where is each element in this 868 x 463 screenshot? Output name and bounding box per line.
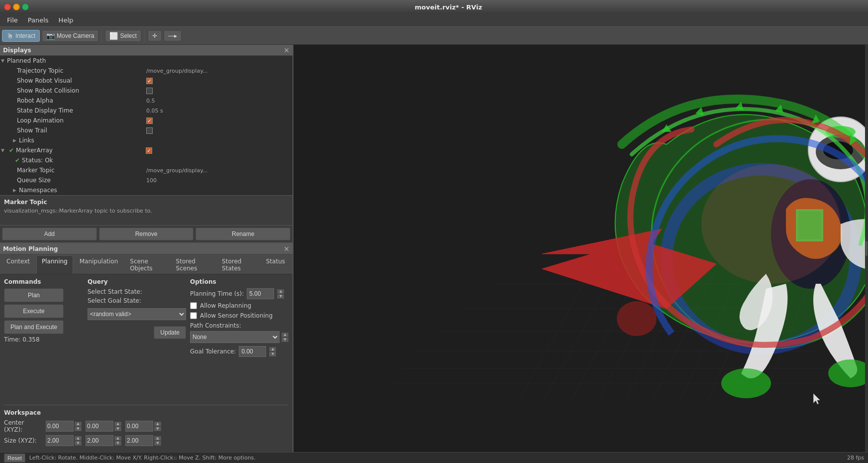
planning-time-arrows[interactable]: ▲ ▼: [277, 289, 284, 299]
tab-stored-scenes[interactable]: Stored Scenes: [171, 255, 216, 274]
goal-tol-down[interactable]: ▼: [269, 352, 276, 356]
center-row: Center (XYZ): ▲ ▼ ▲ ▼: [4, 419, 289, 433]
size-z-arrows[interactable]: ▲ ▼: [154, 436, 161, 446]
links-row[interactable]: ▶ Links: [0, 135, 292, 145]
cx-down[interactable]: ▼: [75, 427, 82, 431]
show-robot-collision-row: Show Robot Collision: [0, 86, 292, 96]
center-z-input[interactable]: [125, 421, 153, 432]
cx-up[interactable]: ▲: [75, 422, 82, 426]
tab-stored-states[interactable]: Stored States: [216, 255, 260, 274]
maximize-button[interactable]: [22, 3, 29, 10]
crosshair-button[interactable]: ✛: [148, 30, 162, 41]
execute-button[interactable]: Execute: [4, 304, 64, 318]
displays-close[interactable]: ✕: [284, 46, 289, 54]
camera-icon: 📷: [46, 32, 55, 40]
show-robot-visual-cb[interactable]: ✓: [146, 78, 153, 84]
edge-handle[interactable]: [866, 241, 868, 256]
tab-context[interactable]: Context: [1, 255, 35, 274]
add-button[interactable]: Add: [2, 228, 97, 240]
motion-planning-title: Motion Planning: [3, 245, 58, 252]
move-camera-button[interactable]: 📷 Move Camera: [42, 30, 98, 42]
plan-execute-button[interactable]: Plan and Execute: [4, 320, 64, 334]
size-row: Size (XYZ): ▲ ▼ ▲ ▼: [4, 435, 289, 446]
cy-down[interactable]: ▼: [114, 427, 121, 431]
planning-time-input[interactable]: [247, 288, 274, 299]
update-button[interactable]: Update: [154, 326, 186, 339]
sz-up[interactable]: ▲: [154, 436, 161, 441]
cy-up[interactable]: ▲: [114, 422, 121, 426]
size-x-arrows[interactable]: ▲ ▼: [75, 436, 82, 446]
sz-down[interactable]: ▼: [154, 441, 161, 446]
statusbar: Reset Left-Click: Rotate. Middle-Click: …: [0, 452, 868, 463]
goal-state-row: <random valid>: [88, 308, 186, 322]
size-z-input[interactable]: [125, 435, 153, 446]
select-button[interactable]: ⬜ Select: [105, 30, 141, 42]
size-x-input[interactable]: [46, 435, 74, 446]
planned-path-row[interactable]: ▼ Planned Path: [0, 56, 292, 66]
planning-grid: Commands Plan Execute Plan and Execute T…: [4, 278, 289, 401]
tab-manipulation[interactable]: Manipulation: [74, 255, 124, 274]
path-up[interactable]: ▲: [282, 333, 289, 337]
displays-content[interactable]: ▼ Planned Path Trajectory Topic /move_gr…: [0, 56, 292, 195]
loop-animation-cb[interactable]: ✓: [146, 117, 153, 124]
workspace-title: Workspace: [4, 409, 289, 416]
allow-replanning-checkbox[interactable]: [190, 302, 197, 309]
planning-time-up[interactable]: ▲: [277, 289, 284, 294]
links-label: Links: [19, 137, 34, 144]
sx-down[interactable]: ▼: [75, 441, 82, 446]
menu-panels[interactable]: Panels: [23, 15, 54, 25]
center-x-input[interactable]: [46, 421, 74, 432]
options-column: Options Planning Time (s): ▲ ▼ Allow Re: [190, 278, 289, 401]
tab-status[interactable]: Status: [261, 255, 290, 274]
interact-button[interactable]: 🖱 Interact: [2, 30, 40, 42]
minimize-button[interactable]: [13, 3, 20, 10]
close-button[interactable]: [4, 3, 11, 10]
show-trail-cb[interactable]: [146, 127, 153, 134]
goal-tolerance-input[interactable]: [239, 346, 266, 357]
viewport-edge[interactable]: [865, 45, 868, 452]
goal-tol-up[interactable]: ▲: [269, 347, 276, 351]
size-y-input[interactable]: [86, 435, 113, 446]
cz-down[interactable]: ▼: [154, 427, 161, 431]
fps-display: 28 fps: [847, 455, 864, 461]
path-down[interactable]: ▼: [282, 338, 289, 342]
namespaces-expand: ▶: [13, 188, 19, 193]
tab-planning[interactable]: Planning: [36, 255, 73, 274]
goal-state-select[interactable]: <random valid>: [88, 308, 186, 320]
center-z-group: ▲ ▼: [125, 421, 161, 432]
menu-help[interactable]: Help: [54, 15, 79, 25]
goal-tolerance-arrows[interactable]: ▲ ▼: [269, 347, 276, 356]
namespaces-row[interactable]: ▶ Namespaces: [0, 185, 292, 195]
reset-button[interactable]: Reset: [4, 454, 25, 463]
remove-button[interactable]: Remove: [99, 228, 194, 240]
allow-sensor-checkbox[interactable]: [190, 312, 197, 319]
measure-button[interactable]: —▸: [164, 30, 182, 41]
tab-scene-objects[interactable]: Scene Objects: [124, 255, 169, 274]
allow-replanning-label: Allow Replanning: [200, 302, 251, 309]
marker-array-cb[interactable]: ✓: [146, 147, 152, 154]
size-y-arrows[interactable]: ▲ ▼: [114, 436, 121, 446]
menu-file[interactable]: File: [2, 15, 23, 25]
sx-up[interactable]: ▲: [75, 436, 82, 441]
center-x-arrows[interactable]: ▲ ▼: [75, 422, 82, 431]
planning-time-down[interactable]: ▼: [277, 294, 284, 299]
marker-array-row[interactable]: ▼ ✔ MarkerArray ✓: [0, 145, 292, 155]
commands-column: Commands Plan Execute Plan and Execute T…: [4, 278, 84, 401]
sy-up[interactable]: ▲: [114, 436, 121, 441]
plan-button[interactable]: Plan: [4, 288, 64, 302]
sy-down[interactable]: ▼: [114, 441, 121, 446]
path-constraints-arrows[interactable]: ▲ ▼: [282, 333, 289, 342]
cz-up[interactable]: ▲: [154, 422, 161, 426]
center-z-arrows[interactable]: ▲ ▼: [154, 422, 161, 431]
desc-text: visualization_msgs::MarkerArray topic to…: [4, 208, 289, 214]
rename-button[interactable]: Rename: [195, 228, 290, 240]
3d-viewport[interactable]: [293, 45, 868, 452]
path-constraints-select[interactable]: None: [190, 331, 280, 343]
main-layout: Displays ✕ ▼ Planned Path Trajectory Top…: [0, 45, 868, 452]
center-y-input[interactable]: [86, 421, 113, 432]
planned-path-label: Planned Path: [7, 57, 290, 64]
window-controls[interactable]: [4, 3, 29, 10]
center-y-arrows[interactable]: ▲ ▼: [114, 422, 121, 431]
motion-planning-close[interactable]: ✕: [284, 245, 289, 253]
show-robot-collision-cb[interactable]: [146, 88, 153, 94]
